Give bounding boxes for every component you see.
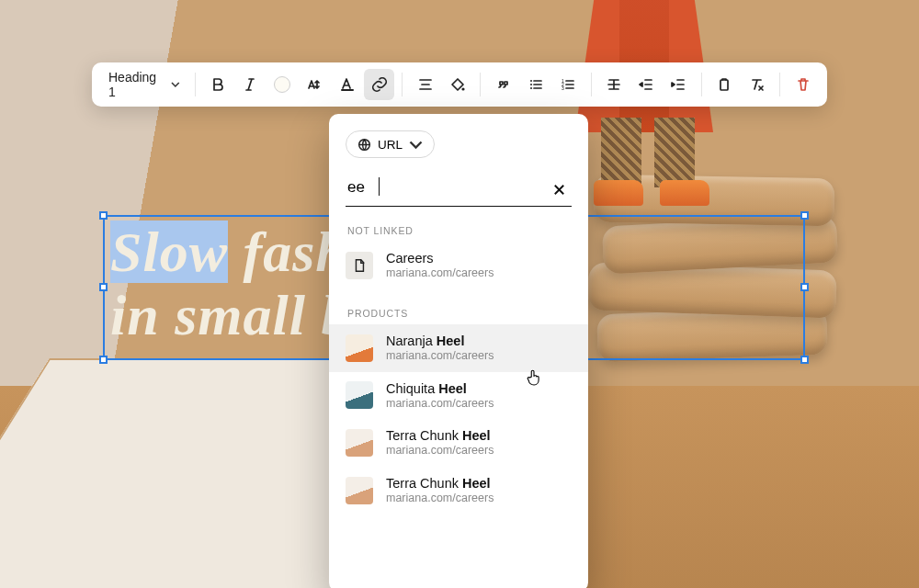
result-title: Careers xyxy=(386,250,494,266)
resize-handle[interactable] xyxy=(800,356,809,364)
result-subtitle: mariana.com/careers xyxy=(386,444,494,458)
separator xyxy=(591,73,592,96)
resize-handle[interactable] xyxy=(99,211,108,220)
separator xyxy=(701,73,702,96)
separator xyxy=(402,73,403,96)
svg-rect-7 xyxy=(720,80,728,90)
link-search-field-wrap xyxy=(346,173,572,207)
svg-point-0 xyxy=(461,87,464,90)
close-icon xyxy=(551,182,567,198)
result-subtitle: mariana.com/careers xyxy=(386,492,494,506)
numbered-list-button[interactable]: 123 xyxy=(553,69,584,100)
product-thumbnail xyxy=(346,429,373,457)
section-label-products: PRODUCTS xyxy=(329,289,588,324)
resize-handle[interactable] xyxy=(99,283,108,291)
bold-button[interactable] xyxy=(203,69,233,100)
resize-handle[interactable] xyxy=(99,356,108,364)
text-color-button[interactable] xyxy=(267,69,298,100)
separator xyxy=(779,73,780,96)
quote-button[interactable] xyxy=(488,69,518,100)
bulleted-list-button[interactable] xyxy=(520,69,550,100)
result-title: Naranja Heel xyxy=(386,333,494,349)
svg-point-1 xyxy=(530,80,532,82)
paste-button[interactable] xyxy=(709,69,740,100)
link-type-dropdown[interactable]: URL xyxy=(346,130,435,158)
separator xyxy=(195,73,196,96)
fill-color-button[interactable] xyxy=(442,69,472,100)
chevron-down-icon xyxy=(409,138,423,152)
result-title: Terra Chunk Heel xyxy=(386,427,494,444)
color-swatch-icon xyxy=(274,76,290,93)
text-style-button[interactable] xyxy=(332,69,362,100)
heading-dropdown[interactable]: Heading 1 xyxy=(101,69,187,100)
svg-point-2 xyxy=(530,84,532,85)
product-thumbnail xyxy=(346,334,373,362)
resize-handle[interactable] xyxy=(800,283,809,291)
section-label-not-linked: NOT LINKED xyxy=(329,207,588,242)
globe-icon xyxy=(357,138,371,152)
hero-highlight: Slow xyxy=(110,220,228,283)
svg-text:3: 3 xyxy=(562,85,564,91)
link-popover: URL NOT LINKED Careers mariana.com/caree… xyxy=(329,114,588,588)
link-result-careers[interactable]: Careers mariana.com/careers xyxy=(329,242,588,289)
clear-formatting-button[interactable] xyxy=(742,69,772,100)
page-icon xyxy=(346,252,373,279)
result-subtitle: mariana.com/careers xyxy=(386,397,494,412)
align-button[interactable] xyxy=(410,69,440,100)
link-result-product[interactable]: Chiquita Heel mariana.com/careers xyxy=(329,372,588,420)
link-type-label: URL xyxy=(378,138,403,152)
text-caret xyxy=(379,177,380,196)
indent-button[interactable] xyxy=(664,69,694,100)
delete-button[interactable] xyxy=(788,69,818,100)
product-thumbnail xyxy=(346,381,373,409)
svg-point-3 xyxy=(530,87,532,89)
result-subtitle: mariana.com/careers xyxy=(386,349,494,364)
resize-handle[interactable] xyxy=(800,211,809,220)
text-toolbar: Heading 1 123 xyxy=(92,62,827,107)
result-subtitle: mariana.com/careers xyxy=(386,266,494,281)
link-result-product[interactable]: Terra Chunk Heel mariana.com/careers xyxy=(329,467,588,514)
product-thumbnail xyxy=(346,477,373,504)
text-size-button[interactable] xyxy=(300,69,330,100)
chevron-down-icon xyxy=(171,80,180,89)
result-title: Chiquita Heel xyxy=(386,380,494,397)
clear-search-button[interactable] xyxy=(546,176,572,202)
link-result-product[interactable]: Terra Chunk Heel mariana.com/careers xyxy=(329,419,588,467)
link-button[interactable] xyxy=(364,69,394,100)
strikethrough-button[interactable] xyxy=(599,69,630,100)
outdent-button[interactable] xyxy=(631,69,662,100)
italic-button[interactable] xyxy=(235,69,266,100)
result-title: Terra Chunk Heel xyxy=(386,475,494,492)
link-result-product[interactable]: Naranja Heel mariana.com/careers xyxy=(329,324,588,372)
heading-label: Heading 1 xyxy=(108,70,165,99)
separator xyxy=(480,73,481,96)
link-search-input[interactable] xyxy=(346,173,546,206)
